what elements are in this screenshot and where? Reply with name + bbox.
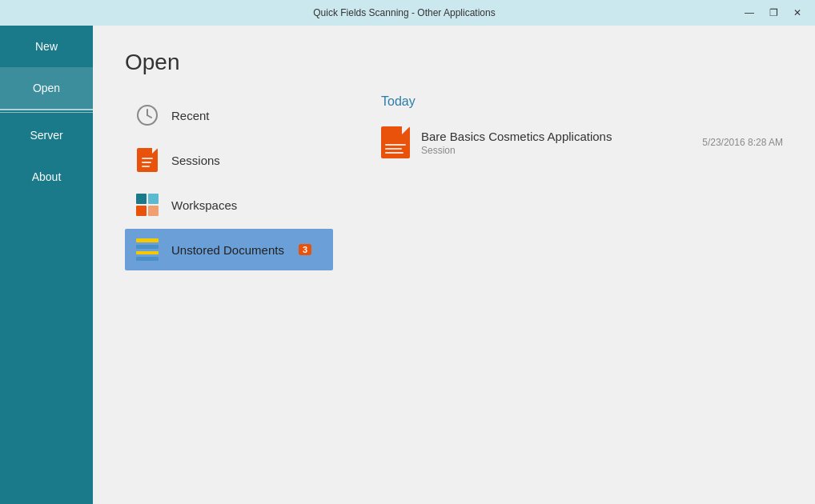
titlebar-controls: — ❐ ✕ [738,4,809,22]
session-icon [134,147,160,173]
unstored-badge: 3 [299,244,311,255]
nav-recent-label: Recent [171,109,210,122]
minimize-button[interactable]: — [738,4,761,22]
file-type: Session [421,145,691,156]
nav-item-unstored[interactable]: Unstored Documents 3 [125,229,333,270]
nav-item-sessions[interactable]: Sessions [125,139,333,181]
maximize-button[interactable]: ❐ [762,4,785,22]
unstored-icon [134,237,160,262]
file-info: Bare Basics Cosmetics Applications Sessi… [421,130,691,156]
file-date: 5/23/2016 8:28 AM [702,137,783,148]
file-name: Bare Basics Cosmetics Applications [421,130,691,143]
file-item[interactable]: Bare Basics Cosmetics Applications Sessi… [381,120,783,165]
nav-sessions-label: Sessions [171,154,220,167]
today-label: Today [381,94,783,109]
main-content: Open Recent [93,26,815,504]
titlebar: Quick Fields Scanning - Other Applicatio… [0,0,815,26]
sidebar-item-about[interactable]: About [0,156,93,198]
open-body: Recent Sessions [125,94,783,480]
svg-line-2 [147,115,151,118]
titlebar-title: Quick Fields Scanning - Other Applicatio… [70,7,738,18]
file-icon [381,126,410,158]
workspace-icon [134,192,160,218]
sidebar: New Open Server About [0,26,93,504]
nav-item-recent[interactable]: Recent [125,94,333,136]
nav-item-workspaces[interactable]: Workspaces [125,184,333,226]
open-nav-list: Recent Sessions [125,94,333,480]
nav-workspaces-label: Workspaces [171,198,237,212]
sidebar-item-open[interactable]: Open [0,67,93,110]
sidebar-item-server[interactable]: Server [0,114,93,156]
close-button[interactable]: ✕ [786,4,809,22]
app-container: New Open Server About Open [0,26,815,504]
right-panel: Today Bare Basics Cosmetics Applications… [333,94,783,480]
nav-unstored-label: Unstored Documents [171,243,284,257]
sidebar-item-new[interactable]: New [0,26,93,67]
page-title: Open [125,50,783,75]
clock-icon [134,102,160,128]
